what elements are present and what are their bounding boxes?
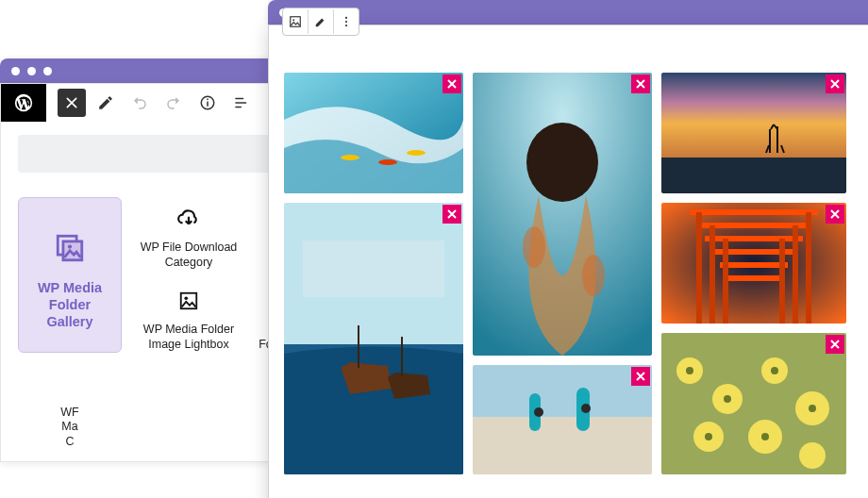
svg-point-31 xyxy=(581,404,591,413)
svg-point-23 xyxy=(526,123,598,202)
svg-rect-21 xyxy=(401,337,403,376)
traffic-dot-icon xyxy=(27,67,36,75)
svg-point-24 xyxy=(523,226,545,268)
traffic-dot-icon xyxy=(11,67,20,75)
svg-rect-32 xyxy=(661,73,846,158)
svg-point-30 xyxy=(534,407,543,417)
remove-image-button[interactable] xyxy=(826,205,844,224)
svg-point-9 xyxy=(292,19,294,21)
gallery-icon xyxy=(28,226,111,270)
gallery-item-sunset-beach[interactable] xyxy=(661,73,846,193)
svg-point-48 xyxy=(761,433,769,440)
kebab-menu-icon[interactable] xyxy=(334,9,359,34)
gallery-item-flowers[interactable] xyxy=(661,333,846,474)
svg-point-47 xyxy=(705,433,712,440)
svg-point-11 xyxy=(345,21,347,23)
remove-image-button[interactable] xyxy=(442,205,461,224)
block-partial[interactable]: WF Ma C xyxy=(18,362,122,450)
svg-point-44 xyxy=(724,395,731,403)
info-icon[interactable] xyxy=(193,89,222,117)
redo-icon[interactable] xyxy=(159,89,188,117)
svg-rect-19 xyxy=(303,241,444,297)
svg-point-7 xyxy=(184,297,188,301)
remove-image-button[interactable] xyxy=(631,75,650,93)
svg-rect-2 xyxy=(207,99,209,101)
svg-point-25 xyxy=(582,255,605,296)
svg-point-42 xyxy=(799,442,826,469)
edit-icon[interactable] xyxy=(309,9,334,34)
svg-point-14 xyxy=(341,155,359,160)
svg-rect-20 xyxy=(358,325,359,368)
block-wp-media-folder-gallery[interactable]: WP Media Folder Gallery xyxy=(18,197,122,353)
remove-image-button[interactable] xyxy=(826,75,844,93)
remove-image-button[interactable] xyxy=(631,367,650,386)
block-label: WP File Download Category xyxy=(141,241,238,269)
svg-point-46 xyxy=(809,405,816,412)
gallery-item-underwater-woman[interactable] xyxy=(473,73,652,356)
gallery-editor-window xyxy=(268,25,868,498)
image-icon xyxy=(137,279,241,323)
svg-point-10 xyxy=(345,17,347,19)
wordpress-logo-icon[interactable] xyxy=(1,84,46,122)
gallery-item-surfers-beach[interactable] xyxy=(473,365,652,474)
gallery-block-icon[interactable] xyxy=(283,9,309,34)
close-inserter-button[interactable] xyxy=(58,89,86,117)
remove-image-button[interactable] xyxy=(442,75,461,93)
edit-tool-icon[interactable] xyxy=(92,89,120,117)
svg-point-5 xyxy=(68,244,72,248)
undo-icon[interactable] xyxy=(125,89,154,117)
block-toolbar xyxy=(282,8,359,36)
svg-point-16 xyxy=(407,150,426,156)
svg-point-43 xyxy=(686,367,693,374)
svg-point-12 xyxy=(345,25,347,26)
block-label: WF Ma C xyxy=(60,406,78,448)
traffic-dot-icon xyxy=(43,67,52,75)
gallery-masonry xyxy=(284,73,868,498)
block-wp-media-folder-image-lightbox[interactable]: WP Media Folder Image Lightbox xyxy=(137,279,241,352)
list-view-icon[interactable] xyxy=(227,89,256,117)
block-wp-file-download-category[interactable]: WP File Download Category xyxy=(137,197,241,270)
block-label: WP Media Folder Image Lightbox xyxy=(143,323,234,351)
block-label: WP Media Folder Gallery xyxy=(38,280,102,329)
svg-rect-1 xyxy=(207,102,209,107)
gallery-item-torii-gates[interactable] xyxy=(661,203,846,324)
svg-point-45 xyxy=(771,367,778,374)
svg-point-15 xyxy=(378,159,397,165)
gallery-item-boats[interactable] xyxy=(284,203,463,474)
remove-image-button[interactable] xyxy=(826,335,844,354)
svg-rect-26 xyxy=(473,365,652,417)
gallery-item-surfing[interactable] xyxy=(284,73,463,193)
svg-rect-27 xyxy=(473,417,652,474)
cloud-download-icon xyxy=(137,197,241,241)
svg-rect-33 xyxy=(661,158,846,193)
